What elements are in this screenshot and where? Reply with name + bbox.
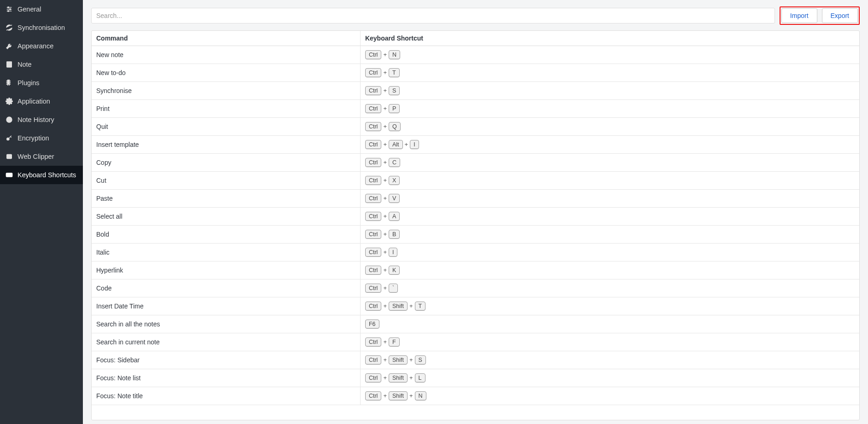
- plus-separator: +: [383, 338, 387, 345]
- plus-separator: +: [383, 231, 387, 238]
- note-icon: [6, 61, 13, 68]
- sidebar-item-label: Keyboard Shortcuts: [17, 171, 76, 179]
- shortcut-cell[interactable]: Ctrl+Q: [360, 118, 859, 136]
- key-badge: V: [389, 194, 400, 203]
- table-row[interactable]: SynchroniseCtrl+S: [92, 82, 859, 100]
- sidebar-item-web-clipper[interactable]: Web Clipper: [0, 147, 83, 166]
- shortcut-cell[interactable]: Ctrl+V: [360, 190, 859, 208]
- sidebar-item-label: Note: [17, 61, 32, 68]
- svg-point-3: [8, 7, 9, 8]
- sidebar-item-label: Web Clipper: [17, 153, 54, 160]
- key-icon: [6, 134, 13, 142]
- shortcuts-table-wrap[interactable]: Command Keyboard Shortcut New noteCtrl+N…: [91, 30, 860, 420]
- shortcut-cell[interactable]: Ctrl+Shift+S: [360, 351, 859, 369]
- key-badge: `: [389, 284, 398, 293]
- shortcut-cell[interactable]: Ctrl+F: [360, 333, 859, 351]
- plus-separator: +: [383, 249, 387, 256]
- tools-icon: [6, 42, 13, 50]
- shortcut-cell[interactable]: Ctrl+Shift+L: [360, 369, 859, 387]
- main-content: Import Export Command Keyboard Shortcut …: [83, 0, 868, 424]
- table-row[interactable]: CodeCtrl+`: [92, 279, 859, 297]
- sidebar-item-label: General: [17, 6, 41, 13]
- table-row[interactable]: Select allCtrl+A: [92, 208, 859, 226]
- key-badge: Alt: [389, 140, 403, 149]
- shortcuts-table: Command Keyboard Shortcut New noteCtrl+N…: [92, 31, 859, 405]
- svg-line-14: [11, 137, 12, 138]
- export-button[interactable]: Export: [822, 8, 858, 23]
- plus-separator: +: [409, 392, 413, 399]
- command-cell: Code: [92, 279, 360, 297]
- table-row[interactable]: ItalicCtrl+I: [92, 244, 859, 261]
- shortcut-cell[interactable]: Ctrl+X: [360, 172, 859, 190]
- sidebar-item-note[interactable]: Note: [0, 55, 83, 74]
- search-input[interactable]: [91, 8, 775, 23]
- sidebar-item-encryption[interactable]: Encryption: [0, 129, 83, 147]
- clipper-icon: [6, 153, 13, 160]
- key-badge: I: [389, 248, 397, 257]
- table-row[interactable]: Focus: Note titleCtrl+Shift+N: [92, 387, 859, 405]
- command-cell: Synchronise: [92, 82, 360, 100]
- command-cell: New note: [92, 46, 360, 64]
- key-badge: K: [389, 266, 400, 275]
- history-icon: [6, 116, 13, 123]
- command-cell: Insert template: [92, 136, 360, 154]
- table-row[interactable]: Insert Date TimeCtrl+Shift+T: [92, 297, 859, 315]
- shortcut-cell[interactable]: F6: [360, 315, 859, 333]
- shortcut-cell[interactable]: Ctrl+I: [360, 244, 859, 261]
- table-row[interactable]: PrintCtrl+P: [92, 100, 859, 118]
- shortcut-cell[interactable]: Ctrl+T: [360, 64, 859, 82]
- command-cell: Print: [92, 100, 360, 118]
- table-row[interactable]: Focus: Note listCtrl+Shift+L: [92, 369, 859, 387]
- table-row[interactable]: New to-doCtrl+T: [92, 64, 859, 82]
- key-badge: Shift: [389, 355, 408, 365]
- plus-separator: +: [409, 356, 413, 363]
- shortcut-cell[interactable]: Ctrl+N: [360, 46, 859, 64]
- key-badge: Shift: [389, 373, 408, 383]
- shortcut-cell[interactable]: Ctrl+Shift+T: [360, 297, 859, 315]
- plugin-icon: [6, 79, 13, 87]
- key-badge: Ctrl: [365, 230, 381, 239]
- plus-separator: +: [383, 392, 387, 399]
- sidebar-item-general[interactable]: General: [0, 0, 83, 18]
- table-row[interactable]: Search in current noteCtrl+F: [92, 333, 859, 351]
- shortcut-cell[interactable]: Ctrl+A: [360, 208, 859, 226]
- plus-separator: +: [405, 141, 408, 148]
- table-row[interactable]: Search in all the notesF6: [92, 315, 859, 333]
- table-row[interactable]: New noteCtrl+N: [92, 46, 859, 64]
- import-button[interactable]: Import: [781, 8, 817, 23]
- shortcut-cell[interactable]: Ctrl+Alt+I: [360, 136, 859, 154]
- svg-rect-15: [7, 154, 12, 158]
- sidebar-item-keyboard-shortcuts[interactable]: Keyboard Shortcuts: [0, 166, 83, 184]
- command-cell: Italic: [92, 244, 360, 261]
- table-row[interactable]: BoldCtrl+B: [92, 226, 859, 244]
- sliders-icon: [6, 6, 13, 13]
- shortcut-cell[interactable]: Ctrl+B: [360, 226, 859, 244]
- plus-separator: +: [383, 105, 387, 112]
- sidebar-item-label: Synchronisation: [17, 24, 65, 31]
- plus-separator: +: [383, 51, 387, 58]
- shortcut-cell[interactable]: Ctrl+P: [360, 100, 859, 118]
- shortcut-cell[interactable]: Ctrl+`: [360, 279, 859, 297]
- table-row[interactable]: CopyCtrl+C: [92, 154, 859, 172]
- shortcut-cell[interactable]: Ctrl+K: [360, 261, 859, 279]
- table-row[interactable]: QuitCtrl+Q: [92, 118, 859, 136]
- table-row[interactable]: Insert templateCtrl+Alt+I: [92, 136, 859, 154]
- key-badge: C: [389, 158, 400, 167]
- sidebar-item-plugins[interactable]: Plugins: [0, 74, 83, 92]
- key-badge: Q: [389, 122, 401, 131]
- shortcut-cell[interactable]: Ctrl+S: [360, 82, 859, 100]
- table-row[interactable]: HyperlinkCtrl+K: [92, 261, 859, 279]
- sidebar-item-synchronisation[interactable]: Synchronisation: [0, 18, 83, 37]
- key-badge: L: [415, 373, 425, 383]
- command-cell: Copy: [92, 154, 360, 172]
- key-badge: A: [389, 212, 400, 221]
- table-row[interactable]: PasteCtrl+V: [92, 190, 859, 208]
- table-row[interactable]: Focus: SidebarCtrl+Shift+S: [92, 351, 859, 369]
- sidebar-item-application[interactable]: Application: [0, 92, 83, 110]
- sidebar-item-appearance[interactable]: Appearance: [0, 37, 83, 55]
- table-row[interactable]: CutCtrl+X: [92, 172, 859, 190]
- command-cell: Search in all the notes: [92, 315, 360, 333]
- shortcut-cell[interactable]: Ctrl+Shift+N: [360, 387, 859, 405]
- shortcut-cell[interactable]: Ctrl+C: [360, 154, 859, 172]
- sidebar-item-note-history[interactable]: Note History: [0, 110, 83, 129]
